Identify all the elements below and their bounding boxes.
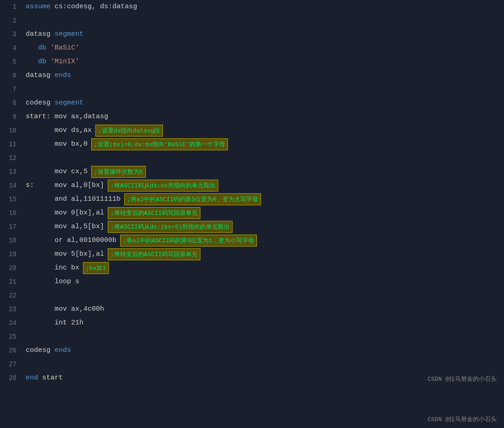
indent-5: [26, 56, 38, 68]
line-num-4: 4: [6, 41, 17, 55]
line-14: s: mov al,0[bx] ;将ASCII码从ds:bx所指向的单元取出: [26, 179, 504, 192]
line-num-23: 23: [6, 302, 17, 316]
keyword-end: end: [26, 372, 38, 384]
indent-4: [26, 42, 38, 54]
line-num-25: 25: [6, 330, 17, 344]
comment-14: ;将ASCII码从ds:bx所指向的单元取出: [108, 180, 218, 192]
line-8: codesg segment: [26, 96, 504, 110]
line-27: [26, 357, 504, 371]
line-21: loop s: [26, 275, 504, 289]
line-16: mov 0[bx],al ;将转变后的ASCII码写回原单元: [26, 206, 504, 220]
line-15: and al,11011111b ;将al中的ASCII码的第5位置为0，变为大…: [26, 192, 504, 206]
seg-codesg: codesg: [26, 97, 55, 109]
line-6: datasg ends: [26, 69, 504, 82]
space-28: [38, 372, 42, 384]
line-num-26: 26: [6, 344, 17, 357]
line-num-14: 14: [6, 179, 17, 192]
line-num-1: 1: [6, 0, 17, 14]
keyword-db-4: db: [38, 42, 46, 54]
label-start: start:: [26, 111, 50, 123]
line-num-11: 11: [6, 137, 17, 151]
line-26: codesg ends: [26, 344, 504, 357]
line-num-19: 19: [6, 247, 17, 261]
line-num-24: 24: [6, 316, 17, 330]
watermark-text: CSDN @拉马努金的小石头: [427, 415, 497, 425]
line-num-21: 21: [6, 275, 17, 289]
indent-21: loop s: [26, 276, 79, 288]
indent-10: mov ds,ax: [26, 125, 92, 137]
line-num-12: 12: [6, 151, 17, 165]
line-num-7: 7: [6, 82, 17, 96]
seg-datasg-ends: datasg: [26, 70, 55, 82]
label-s: s:: [26, 180, 42, 192]
code-text: cs:codesg, ds:datasg: [50, 1, 137, 13]
line-num-28: 28: [6, 371, 17, 385]
line-num-8: 8: [6, 96, 17, 110]
line-25: [26, 330, 504, 344]
keyword-ends-6: ends: [55, 70, 71, 82]
line-number-gutter: 1 2 3 4 5 6 7 8 9 10 11 12 13 14 15 16 1…: [0, 0, 22, 428]
line-num-5: 5: [6, 55, 17, 69]
line-17: mov al,5[bx] ;将ASCII码从ds:(bx+5)所指向的单元取出: [26, 220, 504, 234]
line-12: [26, 151, 504, 165]
indent-13: mov cx,5: [26, 166, 88, 178]
line-num-17: 17: [6, 220, 17, 234]
line-4: db 'BaSiC': [26, 41, 504, 55]
line-11: mov bx,0 ;设置(bx)=0,ds:bx指向'BaSiC'的第一个字母: [26, 137, 504, 151]
indent-23: mov ax,4c00h: [26, 303, 104, 315]
line-10: mov ds,ax ;设置ds指向datasg段: [26, 124, 504, 137]
line-22: [26, 289, 504, 302]
code-14: mov al,0[bx]: [42, 180, 104, 192]
indent-16: mov 0[bx],al: [26, 207, 104, 219]
line-num-18: 18: [6, 234, 17, 247]
comment-15: ;将al中的ASCII码的第5位置为0，变为大写字母: [124, 193, 261, 205]
indent-17: mov al,5[bx]: [26, 221, 104, 233]
line-num-6: 6: [6, 69, 17, 82]
code-area: assume cs:codesg, ds:datasg datasg segme…: [22, 0, 504, 428]
comment-17: ;将ASCII码从ds:(bx+5)所指向的单元取出: [108, 221, 233, 233]
line-23: mov ax,4c00h: [26, 302, 504, 316]
keyword-segment: segment: [55, 28, 83, 40]
line-num-2: 2: [6, 14, 17, 27]
comment-13: ;设置循环次数为5: [91, 166, 146, 178]
line-num-20: 20: [6, 261, 17, 275]
keyword-segment-8: segment: [55, 97, 83, 109]
line-28: end start CSDN @拉马努金的小石头: [26, 371, 504, 385]
line-1: assume cs:codesg, ds:datasg: [26, 0, 504, 14]
line-19: mov 5[bx],al ;将转变后的ASCII码写回原单元: [26, 247, 504, 261]
line-7: [26, 82, 504, 96]
indent-20: inc bx: [26, 262, 79, 274]
comment-19: ;将转变后的ASCII码写回原单元: [108, 248, 200, 260]
keyword-ends-26: ends: [55, 345, 71, 357]
comment-18: ;将al中的ASCII码的第5位置为1，变为小写字母: [120, 235, 257, 247]
line-13: mov cx,5 ;设置循环次数为5: [26, 165, 504, 179]
line-num-27: 27: [6, 357, 17, 371]
comment-20: ;bx加1: [83, 262, 109, 274]
line-24: int 21h: [26, 316, 504, 330]
watermark: CSDN @拉马努金的小石头: [427, 374, 497, 385]
line-3: datasg segment: [26, 27, 504, 41]
space-4: [46, 42, 50, 54]
indent-24: int 21h: [26, 317, 83, 329]
string-basic: 'BaSiC': [50, 42, 79, 54]
indent-11: mov bx,0: [26, 138, 88, 150]
code-editor: 1 2 3 4 5 6 7 8 9 10 11 12 13 14 15 16 1…: [0, 0, 504, 428]
line-num-9: 9: [6, 110, 17, 124]
line-5: db 'MinIX': [26, 55, 504, 69]
line-num-10: 10: [6, 124, 17, 137]
line-9: start: mov ax,datasg: [26, 110, 504, 124]
indent-15: and al,11011111b: [26, 193, 121, 205]
space-9: mov ax,datasg: [50, 111, 108, 123]
comment-10: ;设置ds指向datasg段: [95, 125, 163, 137]
string-minix: 'MinIX': [50, 56, 79, 68]
keyword-assume: assume: [26, 1, 50, 13]
seg-datasg: datasg: [26, 28, 55, 40]
indent-19: mov 5[bx],al: [26, 248, 104, 260]
line-num-22: 22: [6, 289, 17, 302]
line-20: inc bx ;bx加1: [26, 261, 504, 275]
keyword-db-5: db: [38, 56, 46, 68]
line-num-16: 16: [6, 206, 17, 220]
comment-16: ;将转变后的ASCII码写回原单元: [108, 207, 200, 219]
line-num-3: 3: [6, 27, 17, 41]
line-2: [26, 14, 504, 27]
